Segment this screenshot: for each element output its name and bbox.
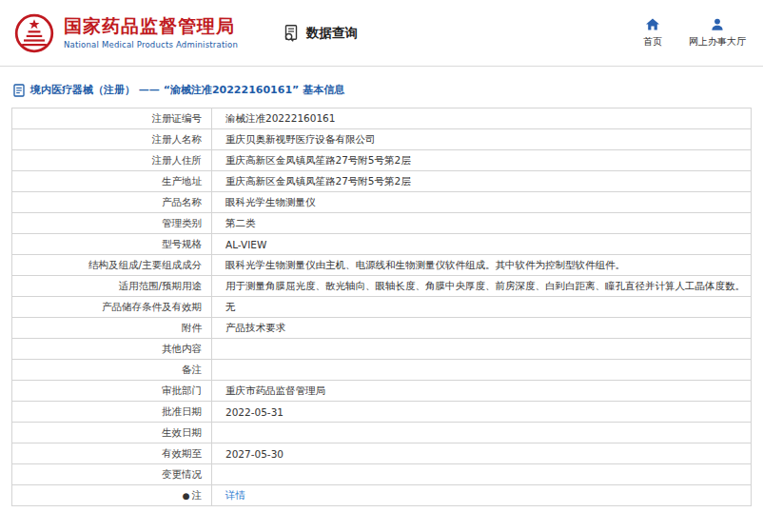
table-row: 注册证编号渝械注准20222160161 [12, 108, 752, 129]
site-header: 国家药品监督管理局 National Medical Products Admi… [0, 0, 763, 67]
row-value: 重庆市药品监督管理局 [212, 381, 752, 402]
row-label: 生效日期 [12, 423, 212, 443]
nav-service-hall-label: 网上办事大厅 [689, 35, 746, 49]
data-query-label: 数据查询 [306, 25, 358, 42]
nav-service-hall[interactable]: 网上办事大厅 [689, 17, 746, 49]
org-title-block: 国家药品监督管理局 National Medical Products Admi… [64, 16, 238, 49]
table-row: 附件产品技术要求 [12, 318, 752, 339]
row-value [212, 423, 752, 443]
table-row: 型号规格AL-VIEW [12, 234, 752, 255]
org-name-cn: 国家药品监督管理局 [64, 16, 238, 37]
row-value: 详情 [212, 485, 752, 506]
note-bullet-icon: ● [183, 491, 190, 501]
row-value [212, 464, 752, 485]
row-value: 2022-05-31 [212, 402, 752, 423]
row-label: 审批部门 [12, 381, 212, 402]
row-value: 重庆高新区金凤镇凤笙路27号附5号第2层 [212, 150, 752, 171]
national-emblem-icon [13, 12, 55, 54]
row-label: 注册证编号 [12, 108, 212, 129]
row-value: 重庆贝奥新视野医疗设备有限公司 [212, 129, 752, 150]
document-icon [13, 84, 25, 97]
table-row: 审批部门重庆市药品监督管理局 [12, 381, 752, 402]
row-value: 渝械注准20222160161 [212, 108, 752, 129]
table-row: 结构及组成/主要组成成分眼科光学生物测量仪由主机、电源线和生物测量仪软件组成。其… [12, 255, 752, 276]
detail-link[interactable]: 详情 [225, 489, 245, 501]
header-nav: 首页 网上办事大厅 [643, 17, 746, 49]
table-row: 其他内容 [12, 339, 752, 360]
table-row: 批准日期2022-05-31 [12, 402, 752, 423]
row-label: 适用范围/预期用途 [12, 276, 212, 297]
row-label: 结构及组成/主要组成成分 [12, 255, 212, 276]
document-search-icon [282, 24, 301, 43]
row-label: 注册人住所 [12, 150, 212, 171]
home-icon [645, 17, 660, 31]
user-icon [710, 17, 725, 31]
table-row: 变更情况 [12, 464, 752, 485]
row-label: 变更情况 [12, 464, 212, 485]
table-row: 注册人住所重庆高新区金凤镇凤笙路27号附5号第2层 [12, 150, 752, 171]
table-row: 备注 [12, 360, 752, 381]
row-value: 用于测量角膜屈光度、散光轴向、眼轴长度、角膜中央厚度、前房深度、白到白距离、瞳孔… [212, 276, 752, 297]
org-name-en: National Medical Products Administration [64, 40, 238, 49]
row-label: 管理类别 [12, 213, 212, 234]
breadcrumb: 境内医疗器械（注册） —— “渝械注准20222160161” 基本信息 [0, 67, 763, 108]
row-value: 产品技术要求 [212, 318, 752, 339]
table-row: 适用范围/预期用途用于测量角膜屈光度、散光轴向、眼轴长度、角膜中央厚度、前房深度… [12, 276, 752, 297]
row-label: 型号规格 [12, 234, 212, 255]
row-value: AL-VIEW [212, 234, 752, 255]
row-label: 有效期至 [12, 443, 212, 464]
page-title: 境内医疗器械（注册） —— “渝械注准20222160161” 基本信息 [30, 83, 344, 97]
row-label: 注册人名称 [12, 129, 212, 150]
table-row: 注册人名称重庆贝奥新视野医疗设备有限公司 [12, 129, 752, 150]
row-label: 产品名称 [12, 192, 212, 213]
row-value: 眼科光学生物测量仪由主机、电源线和生物测量仪软件组成。其中软件为控制型软件组件。 [212, 255, 752, 276]
row-label: 其他内容 [12, 339, 212, 360]
table-row: 产品储存条件及有效期无 [12, 297, 752, 318]
info-table-body: 注册证编号渝械注准20222160161注册人名称重庆贝奥新视野医疗设备有限公司… [12, 108, 752, 506]
table-row: ●注详情 [12, 485, 752, 506]
row-label: ●注 [12, 485, 212, 506]
info-table: 注册证编号渝械注准20222160161注册人名称重庆贝奥新视野医疗设备有限公司… [11, 108, 752, 506]
table-row: 产品名称眼科光学生物测量仪 [12, 192, 752, 213]
nav-home[interactable]: 首页 [643, 17, 662, 49]
table-row: 生产地址重庆高新区金凤镇凤笙路27号附5号第2层 [12, 171, 752, 192]
table-row: 生效日期 [12, 423, 752, 443]
row-value [212, 339, 752, 360]
row-value: 2027-05-30 [212, 443, 752, 464]
table-row: 管理类别第二类 [12, 213, 752, 234]
row-value: 第二类 [212, 213, 752, 234]
row-value: 无 [212, 297, 752, 318]
row-label: 生产地址 [12, 171, 212, 192]
table-row: 有效期至2027-05-30 [12, 443, 752, 464]
row-value: 眼科光学生物测量仪 [212, 192, 752, 213]
data-query-tab[interactable]: 数据查询 [282, 24, 358, 43]
row-label: 批准日期 [12, 402, 212, 423]
row-label: 备注 [12, 360, 212, 381]
nav-home-label: 首页 [643, 35, 662, 49]
row-value [212, 360, 752, 381]
row-value: 重庆高新区金凤镇凤笙路27号附5号第2层 [212, 171, 752, 192]
row-label: 附件 [12, 318, 212, 339]
row-label: 产品储存条件及有效期 [12, 297, 212, 318]
